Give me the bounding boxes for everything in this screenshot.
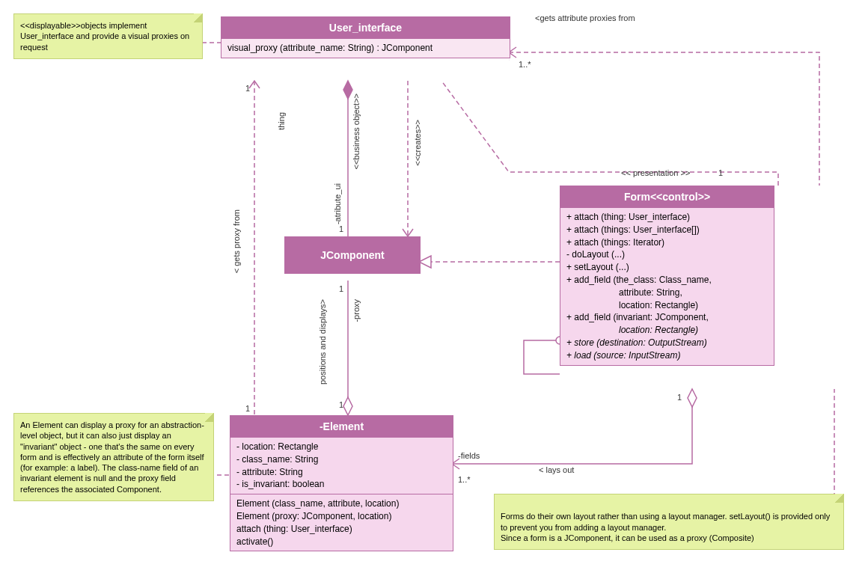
op: attach (thing: User_interface) [236, 523, 447, 536]
op: - doLayout (...) [566, 248, 768, 261]
class-title: Form<<control>> [560, 186, 774, 207]
svg-marker-5 [419, 256, 431, 268]
label-mult: 1 [339, 224, 343, 233]
op: attribute: String, [566, 287, 768, 299]
label-fields: -fields [458, 451, 480, 460]
op: + store (destination: OutputStream) [566, 337, 768, 349]
label-mult: 1..* [519, 60, 531, 69]
op: + add_field (invariant: JComponent, [566, 311, 768, 324]
note-element: An Element can display a proxy for an ab… [13, 413, 214, 501]
class-jcomponent: JComponent [284, 236, 421, 274]
op: Element (class_name, attribute, location… [236, 497, 447, 510]
class-title: User_interface [221, 17, 510, 38]
class-element: -Element - location: Rectangle - class_n… [230, 415, 453, 551]
op: + load (source: InputStream) [566, 349, 768, 362]
class-ops: + attach (thing: User_interface) + attac… [560, 207, 774, 365]
label-creates: <<creates>> [413, 120, 422, 166]
op: + attach (things: Iterator) [566, 236, 768, 249]
note-form: Forms do their own layout rather than us… [494, 494, 844, 550]
note-text: <<displayable>>objects implement User_in… [20, 21, 189, 52]
class-ops: visual_proxy (attribute_name: String) : … [221, 38, 510, 58]
attr: - class_name: String [236, 453, 447, 466]
note-text: Forms do their own layout rather than us… [501, 512, 830, 542]
class-title: JComponent [285, 237, 420, 273]
label-mult: 1..* [458, 475, 471, 484]
label-mult: 1 [718, 168, 723, 177]
label-presentation: << presentation >> [621, 168, 690, 177]
op: + attach (thing: User_interface) [566, 211, 768, 224]
label-positions: positions and displays> [318, 299, 327, 385]
label-thing: thing [277, 112, 286, 130]
op: location: Rectangle) [566, 299, 768, 312]
label-mult: 1 [245, 404, 250, 413]
attr: - is_invariant: boolean [236, 478, 447, 491]
op: location: Rectangle) [566, 324, 768, 337]
class-ops: Element (class_name, attribute, location… [230, 494, 453, 551]
label-mult: 1 [245, 84, 250, 93]
label-gets-attr: <gets attribute proxies from [535, 13, 635, 22]
label-gets-proxy: < gets proxy from [232, 209, 241, 273]
svg-marker-10 [688, 389, 697, 407]
label-proxy: -proxy [352, 299, 361, 322]
op: + attach (things: User_interface[]) [566, 224, 768, 236]
label-lays-out: < lays out [539, 465, 574, 474]
class-attrs: - location: Rectangle - class_name: Stri… [230, 437, 453, 494]
op: + setLayout (...) [566, 261, 768, 274]
op: Element (proxy: JComponent, location) [236, 510, 447, 523]
op: visual_proxy (attribute_name: String) : … [227, 42, 504, 55]
class-title: -Element [230, 416, 453, 437]
label-mult: 1 [339, 284, 343, 293]
op: activate() [236, 536, 447, 548]
class-user-interface: User_interface visual_proxy (attribute_n… [221, 16, 510, 58]
svg-marker-8 [343, 397, 352, 415]
note-displayable: <<displayable>>objects implement User_in… [13, 13, 203, 59]
label-atribute-ui: -atribute_ui [333, 183, 342, 224]
attr: - location: Rectangle [236, 441, 447, 453]
label-bo: <<business object>> [352, 94, 361, 170]
op: + add_field (the_class: Class_name, [566, 274, 768, 287]
label-mult: 1 [677, 393, 682, 402]
label-mult: 1 [339, 400, 343, 409]
attr: - attribute: String [236, 466, 447, 479]
class-form: Form<<control>> + attach (thing: User_in… [560, 186, 774, 366]
note-text: An Element can display a proxy for an ab… [20, 420, 204, 494]
